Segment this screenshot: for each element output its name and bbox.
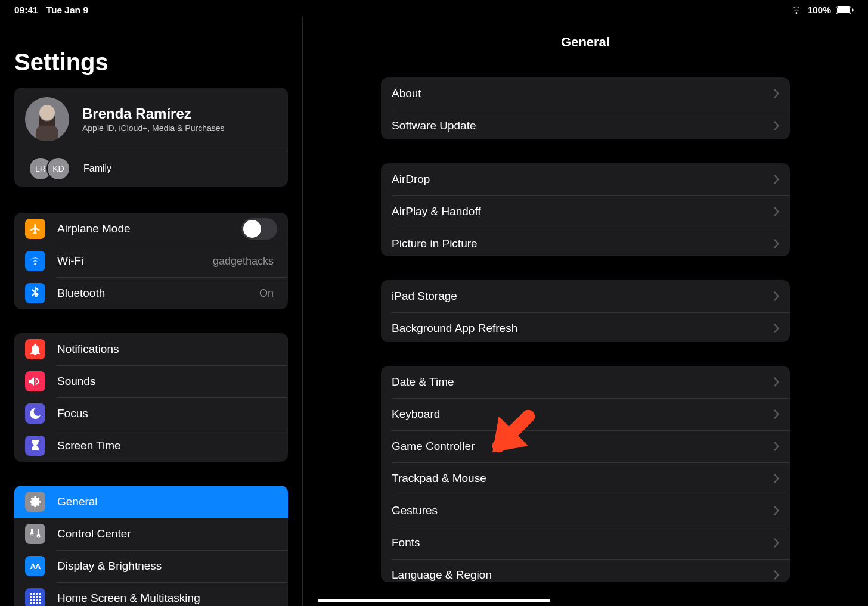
svg-rect-13 — [39, 596, 41, 598]
sidebar-group-system2: General Control Center AA Display & Brig… — [14, 486, 288, 606]
detail-group-2: AirDrop AirPlay & Handoff Picture in Pic… — [381, 163, 790, 256]
row-airdrop[interactable]: AirDrop — [381, 163, 790, 195]
row-software-update[interactable]: Software Update — [381, 110, 790, 139]
detail-group-1: About Software Update — [381, 77, 790, 139]
row-airplay[interactable]: AirPlay & Handoff — [381, 195, 790, 228]
chevron-right-icon — [774, 506, 779, 515]
sidebar-item-general[interactable]: General — [14, 486, 288, 518]
moon-icon — [25, 403, 45, 424]
sidebar-item-focus[interactable]: Focus — [14, 397, 288, 430]
family-row[interactable]: LR KD Family — [14, 151, 288, 187]
sidebar-item-wifi[interactable]: Wi-Fi gadgethacks — [14, 245, 288, 277]
svg-rect-5 — [36, 126, 58, 141]
row-label: Trackpad & Mouse — [392, 472, 774, 485]
chevron-right-icon — [774, 570, 779, 580]
row-label: Language & Region — [392, 568, 774, 582]
svg-rect-14 — [30, 599, 32, 601]
row-date-time[interactable]: Date & Time — [381, 366, 790, 398]
row-label: AirDrop — [392, 173, 774, 186]
svg-rect-10 — [30, 596, 32, 598]
hourglass-icon — [25, 436, 45, 456]
bluetooth-icon — [25, 283, 45, 303]
svg-rect-17 — [39, 599, 41, 601]
svg-rect-9 — [39, 593, 41, 595]
avatar — [25, 97, 69, 141]
battery-icon — [836, 6, 854, 14]
row-label: Date & Time — [392, 375, 774, 389]
row-label: Fonts — [392, 536, 774, 549]
detail-group-4: Date & Time Keyboard Game Controller Tra… — [381, 366, 790, 583]
sidebar-item-notifications[interactable]: Notifications — [14, 333, 288, 365]
row-storage[interactable]: iPad Storage — [381, 280, 790, 312]
svg-rect-1 — [837, 7, 850, 13]
sidebar-group-connectivity: Airplane Mode Wi-Fi gadgethacks Bluetoot… — [14, 213, 288, 309]
svg-rect-19 — [33, 602, 35, 604]
sidebar-item-label: Airplane Mode — [57, 222, 241, 235]
home-indicator[interactable] — [318, 599, 550, 602]
family-label: Family — [83, 163, 111, 174]
status-bar: 09:41 Tue Jan 9 100% — [0, 0, 868, 17]
wifi-icon — [25, 251, 45, 271]
sidebar-item-controlcenter[interactable]: Control Center — [14, 518, 288, 550]
svg-rect-18 — [30, 602, 32, 604]
row-trackpad[interactable]: Trackpad & Mouse — [381, 462, 790, 495]
row-language[interactable]: Language & Region — [381, 559, 790, 583]
sidebar-item-label: Notifications — [57, 343, 277, 356]
row-label: Software Update — [392, 119, 774, 132]
row-game-controller[interactable]: Game Controller — [381, 430, 790, 462]
row-about[interactable]: About — [381, 77, 790, 110]
chevron-right-icon — [774, 538, 779, 548]
row-label: iPad Storage — [392, 290, 774, 303]
sidebar-item-label: Display & Brightness — [57, 560, 277, 573]
family-badge: KD — [46, 157, 70, 181]
svg-rect-6 — [30, 593, 32, 595]
account-row[interactable]: Brenda Ramírez Apple ID, iCloud+, Media … — [14, 88, 288, 151]
text-size-icon: AA — [25, 556, 45, 576]
account-subtitle: Apple ID, iCloud+, Media & Purchases — [82, 123, 225, 133]
row-fonts[interactable]: Fonts — [381, 527, 790, 559]
page-title: Settings — [14, 17, 288, 88]
row-label: Background App Refresh — [392, 322, 774, 335]
svg-rect-7 — [33, 593, 35, 595]
svg-rect-12 — [36, 596, 38, 598]
chevron-right-icon — [774, 175, 779, 184]
sidebar-item-label: Home Screen & Multitasking — [57, 592, 277, 605]
row-gestures[interactable]: Gestures — [381, 495, 790, 527]
sidebar-item-airplane[interactable]: Airplane Mode — [14, 213, 288, 245]
sidebar-group-system1: Notifications Sounds Focus Screen Time — [14, 333, 288, 462]
sidebar-item-sounds[interactable]: Sounds — [14, 365, 288, 397]
wifi-icon — [790, 6, 802, 14]
grid-icon — [25, 588, 45, 606]
sidebar-item-display[interactable]: AA Display & Brightness — [14, 550, 288, 582]
row-label: Gestures — [392, 504, 774, 517]
chevron-right-icon — [774, 291, 779, 301]
row-keyboard[interactable]: Keyboard — [381, 398, 790, 430]
battery-percent: 100% — [807, 5, 831, 15]
row-pip[interactable]: Picture in Picture — [381, 228, 790, 256]
detail-group-3: iPad Storage Background App Refresh — [381, 280, 790, 342]
sidebar-item-screentime[interactable]: Screen Time — [14, 430, 288, 462]
chevron-right-icon — [774, 89, 779, 98]
sliders-icon — [25, 524, 45, 544]
family-badges: LR KD — [29, 157, 70, 181]
row-label: About — [392, 87, 774, 100]
chevron-right-icon — [774, 442, 779, 451]
svg-rect-15 — [33, 599, 35, 601]
airplane-toggle[interactable] — [241, 218, 277, 240]
row-label: Picture in Picture — [392, 237, 774, 250]
chevron-right-icon — [774, 409, 779, 419]
row-bg-refresh[interactable]: Background App Refresh — [381, 312, 790, 342]
speaker-icon — [25, 371, 45, 391]
chevron-right-icon — [774, 121, 779, 130]
sidebar-item-bluetooth[interactable]: Bluetooth On — [14, 277, 288, 309]
svg-rect-21 — [39, 602, 41, 604]
sidebar: Settings Brenda Ramírez Apple ID, iCloud… — [0, 17, 303, 606]
row-label: AirPlay & Handoff — [392, 205, 774, 218]
chevron-right-icon — [774, 377, 779, 387]
row-label: Keyboard — [392, 408, 774, 421]
svg-point-4 — [39, 105, 55, 120]
sidebar-item-homescreen[interactable]: Home Screen & Multitasking — [14, 582, 288, 606]
account-card: Brenda Ramírez Apple ID, iCloud+, Media … — [14, 88, 288, 187]
sidebar-item-label: Bluetooth — [57, 287, 259, 300]
svg-rect-8 — [36, 593, 38, 595]
